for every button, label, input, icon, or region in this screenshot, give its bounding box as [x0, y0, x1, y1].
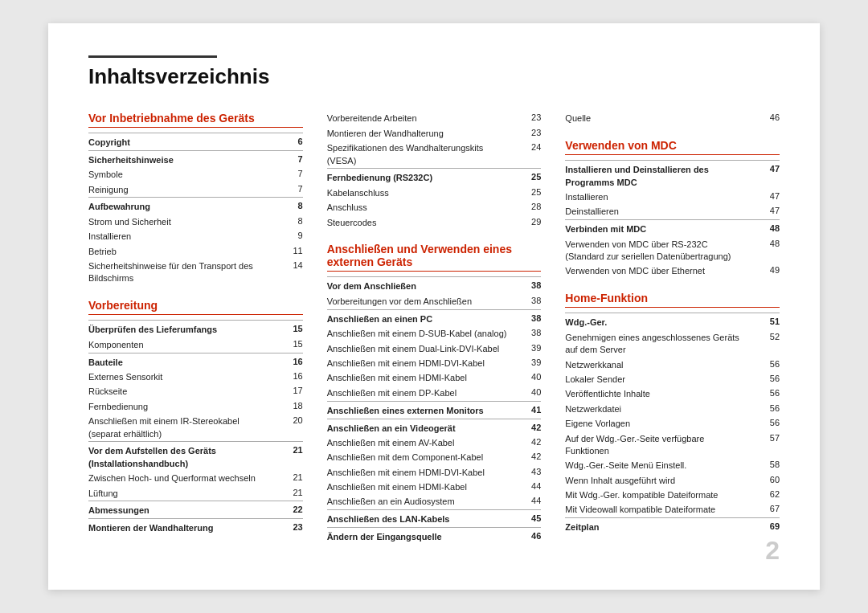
- toc-item-page: 21: [271, 486, 303, 501]
- section-title-verwenden-mdc: Verwenden von MDC: [565, 139, 780, 155]
- toc-item-label: Strom und Sicherheit: [88, 215, 271, 229]
- toc-item-label: Mit Wdg.-Ger. kompatible Dateiformate: [565, 488, 747, 503]
- toc-item-page: 25: [509, 169, 541, 186]
- toc-item-label: Auf der Wdg.-Ger.-Seite verfügbare Funkt…: [565, 431, 747, 459]
- toc-item-page: 28: [509, 201, 541, 215]
- toc-item-page: 21: [271, 442, 303, 472]
- toc-item-label: Anschließen mit einem HDMI-DVI-Kabel: [327, 356, 510, 370]
- toc-item-label: Reinigung: [88, 182, 271, 198]
- toc-item-label: Abmessungen: [88, 501, 271, 519]
- toc-item-page: 23: [509, 126, 541, 141]
- page: Inhaltsverzeichnis Vor Inbetriebnahme de…: [48, 23, 820, 590]
- toc-item-page: 42: [509, 419, 541, 435]
- column-1: Vor Inbetriebnahme des Geräts Copyright6…: [88, 112, 327, 558]
- toc-item-label: Installieren: [565, 190, 747, 205]
- toc-item-label: Montieren der Wandhalterung: [327, 126, 510, 141]
- toc-item-label: Anschließen an einen PC: [327, 309, 510, 326]
- toc-item-label: Spezifikationen des Wandhalterungskits (…: [327, 141, 510, 169]
- toc-item-label: Anschließen mit dem Component-Kabel: [327, 451, 510, 465]
- toc-item-page: 22: [271, 501, 303, 519]
- toc-item-page: 60: [747, 473, 780, 488]
- toc-item-label: Komponenten: [88, 337, 271, 353]
- toc-item-label: Anschließen mit einem IR-Stereokabel (se…: [88, 415, 271, 442]
- toc-item-label: Lüftung: [88, 486, 271, 501]
- toc-item-page: 44: [509, 480, 541, 495]
- toc-item-page: 42: [509, 451, 541, 465]
- toc-item-page: 38: [509, 294, 541, 309]
- toc-item-page: 57: [747, 431, 780, 459]
- toc-item-label: Anschließen an ein Videogerät: [327, 419, 510, 435]
- toc-item-page: 51: [747, 313, 780, 330]
- section-title-home-funktion: Home-Funktion: [565, 292, 780, 308]
- toc-vor-inbetriebnahme: Copyright6Sicherheitshinweise7Symbole7Re…: [88, 133, 303, 286]
- toc-item-page: 41: [509, 401, 541, 419]
- toc-home: Wdg.-Ger.51Genehmigen eines angeschlosse…: [565, 313, 780, 535]
- toc-item-page: 45: [509, 510, 541, 528]
- toc-item-page: 46: [747, 112, 780, 126]
- column-3: Quelle46 Verwenden von MDC Installieren …: [565, 112, 780, 558]
- toc-item-page: 42: [509, 435, 541, 450]
- toc-item-page: 25: [509, 186, 541, 200]
- toc-item-label: Anschließen mit einem HDMI-Kabel: [327, 480, 510, 495]
- toc-item-label: Wdg.-Ger.-Seite Menü Einstell.: [565, 459, 747, 473]
- toc-item-page: 23: [271, 519, 303, 536]
- toc-item-label: Zeitplan: [565, 518, 747, 535]
- page-number: 2: [765, 536, 780, 566]
- toc-item-label: Fernbedienung (RS232C): [327, 169, 510, 186]
- toc-item-page: 15: [271, 337, 303, 353]
- toc-item-page: 52: [747, 330, 780, 358]
- toc-item-label: Anschließen mit einem AV-Kabel: [327, 435, 510, 450]
- toc-item-page: 43: [509, 465, 541, 480]
- toc-item-page: 16: [271, 353, 303, 370]
- main-title: Inhaltsverzeichnis: [88, 64, 780, 89]
- toc-item-label: Copyright: [88, 133, 271, 150]
- toc-item-page: 39: [509, 356, 541, 370]
- toc-item-label: Deinstallieren: [565, 205, 747, 220]
- title-bar: [88, 55, 217, 58]
- toc-col3-top: Quelle46: [565, 112, 780, 126]
- toc-item-label: Vorbereitungen vor dem Anschließen: [327, 294, 510, 309]
- toc-item-page: 56: [747, 372, 780, 386]
- toc-item-label: Montieren der Wandhalterung: [88, 519, 271, 536]
- toc-item-page: 24: [509, 141, 541, 169]
- toc-item-label: Zwischen Hoch- und Querformat wechseln: [88, 472, 271, 486]
- toc-item-page: 38: [509, 327, 541, 341]
- toc-item-page: 6: [271, 133, 303, 150]
- toc-anschliessen: Vor dem Anschließen38Vorbereitungen vor …: [327, 276, 542, 545]
- toc-item-page: 47: [747, 205, 780, 220]
- toc-item-page: 56: [747, 417, 780, 431]
- toc-item-label: Sicherheitshinweise für den Transport de…: [88, 259, 271, 286]
- toc-item-label: Ändern der Eingangsquelle: [327, 528, 510, 545]
- toc-vorbereitung: Überprüfen des Lieferumfangs15Komponente…: [88, 320, 303, 536]
- toc-item-label: Überprüfen des Lieferumfangs: [88, 321, 271, 337]
- toc-item-label: Kabelanschluss: [327, 186, 510, 200]
- toc-item-label: Anschließen mit einem Dual-Link-DVI-Kabe…: [327, 341, 510, 356]
- toc-item-label: Wenn Inhalt ausgeführt wird: [565, 473, 747, 488]
- toc-item-label: Symbole: [88, 168, 271, 182]
- toc-item-label: Anschließen des LAN-Kabels: [327, 510, 510, 528]
- toc-item-page: 9: [271, 230, 303, 244]
- toc-item-label: Netzwerkdatei: [565, 402, 747, 416]
- toc-item-page: 14: [271, 259, 303, 286]
- toc-item-page: 8: [271, 215, 303, 229]
- section-title-anschliessen: Anschließen und Verwenden eines externen…: [327, 243, 542, 272]
- toc-item-page: 69: [747, 518, 780, 535]
- toc-item-page: 11: [271, 244, 303, 259]
- toc-item-label: Eigene Vorlagen: [565, 417, 747, 431]
- toc-item-label: Externes Sensorkit: [88, 370, 271, 384]
- toc-item-label: Lokaler Sender: [565, 372, 747, 386]
- toc-item-label: Anschließen an ein Audiosystem: [327, 495, 510, 510]
- content-columns: Vor Inbetriebnahme des Geräts Copyright6…: [88, 112, 780, 558]
- toc-item-page: 56: [747, 358, 780, 372]
- toc-item-page: 20: [271, 415, 303, 442]
- toc-item-label: Anschließen mit einem D-SUB-Kabel (analo…: [327, 327, 510, 341]
- toc-item-page: 23: [509, 112, 541, 126]
- toc-item-label: Vorbereitende Arbeiten: [327, 112, 510, 126]
- toc-item-label: Netzwerkkanal: [565, 358, 747, 372]
- toc-item-page: 39: [509, 341, 541, 356]
- toc-item-page: 40: [509, 386, 541, 401]
- toc-item-label: Fernbedienung: [88, 399, 271, 414]
- toc-item-label: Installieren und Deinstallieren des Prog…: [565, 161, 747, 190]
- toc-item-label: Genehmigen eines angeschlossenes Geräts …: [565, 330, 747, 358]
- toc-item-label: Anschließen mit einem HDMI-Kabel: [327, 371, 510, 386]
